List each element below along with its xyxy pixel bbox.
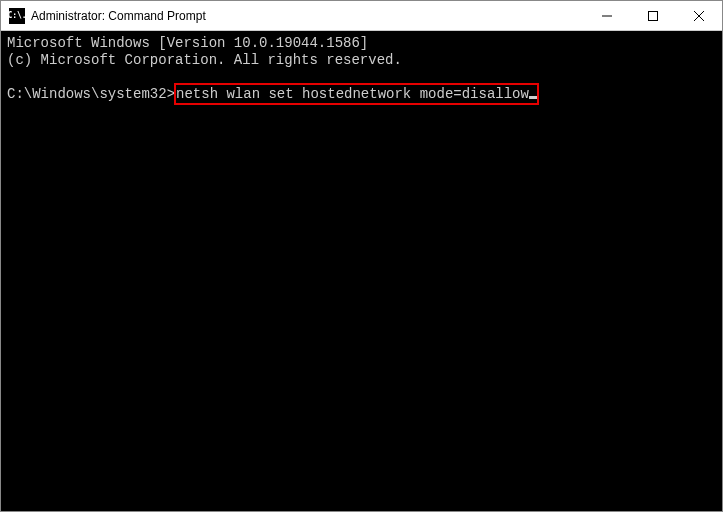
typed-command: netsh wlan set hostednetwork mode=disall… xyxy=(176,86,529,102)
window-title: Administrator: Command Prompt xyxy=(31,9,584,23)
text-cursor xyxy=(529,96,537,99)
titlebar[interactable]: C:\. Administrator: Command Prompt xyxy=(1,1,722,31)
command-prompt-window: C:\. Administrator: Command Prompt Micro… xyxy=(0,0,723,512)
terminal-output[interactable]: Microsoft Windows [Version 10.0.19044.15… xyxy=(1,31,722,511)
version-line: Microsoft Windows [Version 10.0.19044.15… xyxy=(7,35,368,51)
svg-rect-1 xyxy=(649,11,658,20)
app-icon: C:\. xyxy=(9,8,25,24)
maximize-button[interactable] xyxy=(630,1,676,30)
copyright-line: (c) Microsoft Corporation. All rights re… xyxy=(7,52,402,68)
minimize-button[interactable] xyxy=(584,1,630,30)
command-highlight: netsh wlan set hostednetwork mode=disall… xyxy=(174,83,539,105)
window-controls xyxy=(584,1,722,30)
close-button[interactable] xyxy=(676,1,722,30)
prompt: C:\Windows\system32> xyxy=(7,86,175,102)
